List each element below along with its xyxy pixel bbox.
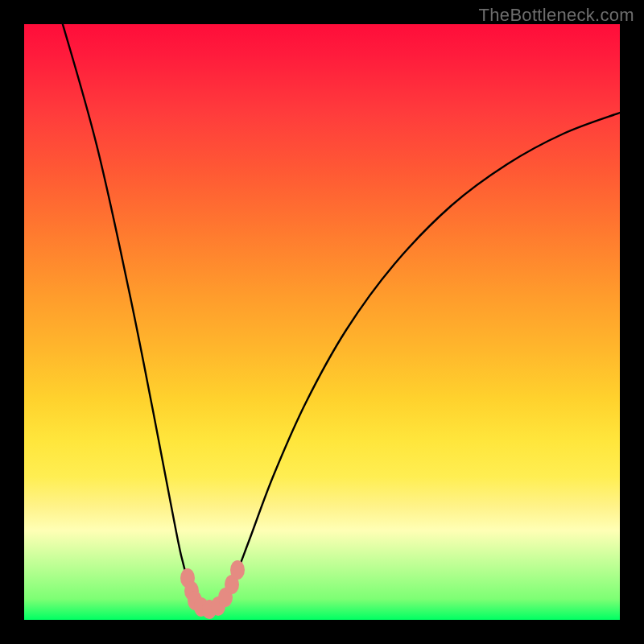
bottleneck-curve xyxy=(60,24,620,609)
curve-layer xyxy=(24,24,620,620)
curve-marker xyxy=(230,560,245,580)
plot-area xyxy=(24,24,620,620)
attribution-text: TheBottleneck.com xyxy=(479,5,634,26)
outer-frame: TheBottleneck.com xyxy=(0,0,644,644)
